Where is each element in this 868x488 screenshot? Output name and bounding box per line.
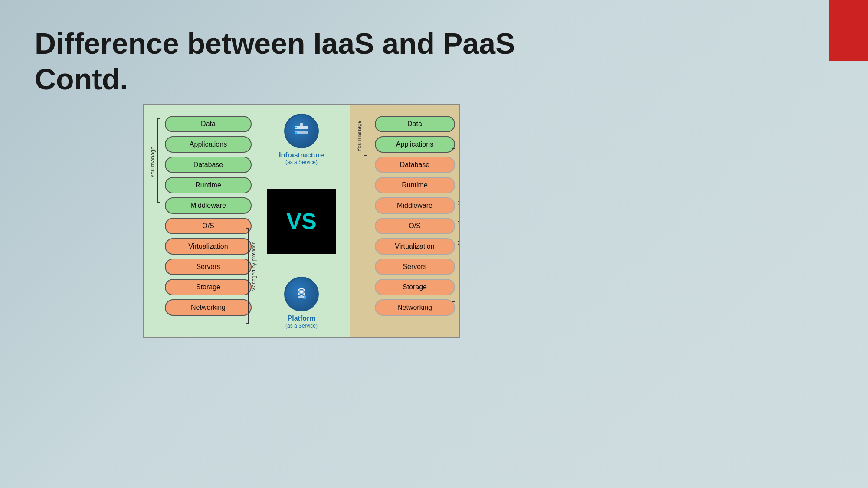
iaas-database-box: Database [165,157,252,173]
you-manage-label-left: You manage [149,119,156,206]
iaas-storage-box: Storage [165,279,252,295]
iaas-networking-box: Networking [165,299,252,316]
svg-point-7 [300,291,303,293]
title-line1: Difference between IaaS and PaaS [35,26,515,62]
paas-panel: You manage Managed by provider Data Appl… [350,105,459,337]
paas-runtime-box: Runtime [375,177,455,193]
paas-applications-box: Applications [375,136,455,153]
you-manage-bracket-right [364,115,367,156]
paas-icon [284,277,319,311]
paas-os-box: O/S [375,218,455,234]
iaas-middle-section: Infrastructure (as a Service) [279,114,324,166]
you-manage-label-right: You manage [356,115,362,158]
managed-by-provider-label-right: Managed by provider [457,145,460,297]
managed-by-provider-bracket-left [246,228,249,324]
you-manage-bracket-left [157,118,160,203]
paas-label: Platform (as a Service) [285,314,318,329]
iaas-boxes: Data Applications Database Runtime Middl… [165,115,252,317]
iaas-panel: You manage Managed by provider Data Appl… [144,105,252,337]
iaas-servers-box: Servers [165,259,252,275]
paas-networking-box: Networking [375,299,455,316]
page-title: Difference between IaaS and PaaS Contd. [35,26,515,97]
diagram-container: You manage Managed by provider Data Appl… [143,104,460,338]
iaas-middleware-box: Middleware [165,197,252,214]
paas-storage-box: Storage [375,279,455,295]
managed-by-provider-label-left: Managed by provider [251,219,257,315]
svg-rect-4 [300,123,303,126]
paas-virtualization-box: Virtualization [375,238,455,255]
vs-box: VS [267,189,336,254]
iaas-data-box: Data [165,116,252,132]
iaas-label: Infrastructure (as a Service) [279,151,324,166]
paas-database-box: Database [375,157,455,173]
svg-point-10 [304,296,305,298]
iaas-virtualization-box: Virtualization [165,238,252,255]
paas-middle-section: Platform (as a Service) [284,277,319,329]
title-line2: Contd. [35,62,515,97]
svg-point-3 [295,132,297,134]
paas-boxes: Data Applications Database Runtime Middl… [375,115,455,317]
iaas-applications-box: Applications [165,136,252,153]
iaas-runtime-box: Runtime [165,177,252,193]
iaas-icon [284,114,319,148]
managed-by-provider-bracket-right [452,148,455,302]
paas-data-box: Data [375,116,455,132]
paas-servers-box: Servers [375,259,455,275]
middle-panel: Infrastructure (as a Service) VS P [252,105,350,337]
paas-middleware-box: Middleware [375,197,455,214]
iaas-os-box: O/S [165,218,252,234]
svg-point-2 [295,127,297,128]
red-accent-decoration [829,0,868,61]
